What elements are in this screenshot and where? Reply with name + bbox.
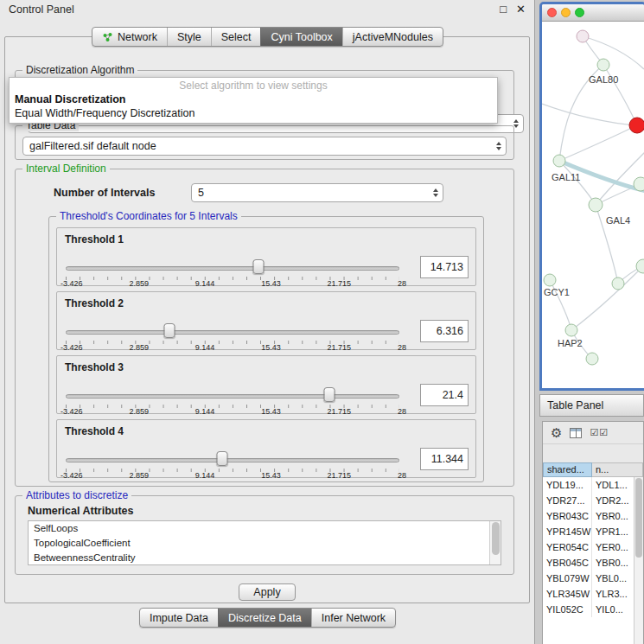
table-row[interactable]: YIL052CYIL0...: [543, 602, 643, 617]
table-row[interactable]: YDL19...YDL1...: [543, 477, 643, 493]
table-body: YDL19...YDL1... YDR27...YDR2... YBR043CY…: [543, 477, 643, 644]
threshold-1-slider[interactable]: -3.426 2.859 9.144 15.43 21.715 28: [66, 259, 399, 285]
scale-label: 28: [398, 471, 406, 480]
network-node[interactable]: [586, 353, 598, 365]
tab-discretize-data[interactable]: Discretize Data: [218, 609, 311, 627]
slider-scale: -3.426 2.859 9.144 15.43 21.715 28: [61, 407, 406, 416]
tab-impute-data[interactable]: Impute Data: [140, 609, 218, 627]
close-icon[interactable]: ✕: [516, 3, 526, 16]
table-data-combobox[interactable]: galFiltered.sif default node: [22, 137, 507, 156]
float-window-icon[interactable]: □: [500, 3, 507, 16]
threshold-4-slider[interactable]: -3.426 2.859 9.144 15.43 21.715 28: [66, 451, 399, 477]
list-item[interactable]: BetweennessCentrality: [29, 551, 501, 565]
scale-label: 15.43: [261, 407, 281, 416]
table-cell[interactable]: YBL079W: [543, 571, 592, 586]
apply-button[interactable]: Apply: [239, 583, 296, 601]
columns-icon[interactable]: [570, 428, 582, 438]
table-cell[interactable]: YBR043C: [543, 508, 592, 524]
table-cell[interactable]: YDL19...: [543, 477, 592, 493]
scale-label: 9.144: [195, 471, 215, 480]
list-scrollbar[interactable]: [489, 521, 501, 564]
tab-network-label: Network: [118, 31, 157, 43]
tab-style-label: Style: [177, 31, 201, 43]
slider-track[interactable]: [66, 330, 399, 335]
column-header-shared-name[interactable]: shared...: [543, 462, 592, 477]
table-row[interactable]: YLR345WYLR3...: [543, 586, 643, 602]
tab-cyni-toolbox[interactable]: Cyni Toolbox: [260, 28, 341, 46]
algorithm-option-manual[interactable]: Manual Discretization: [10, 92, 497, 106]
table-cell[interactable]: YIL052C: [543, 602, 592, 617]
column-header-name[interactable]: n...: [592, 462, 643, 477]
minimize-traffic-light-icon[interactable]: [561, 8, 571, 17]
bottom-tab-strip: Impute Data Discretize Data Infer Networ…: [139, 608, 396, 628]
threshold-2-value-field[interactable]: 6.316: [420, 320, 469, 342]
network-node-label: GCY1: [544, 287, 570, 297]
table-cell[interactable]: YBR045C: [543, 555, 592, 571]
algorithm-option-equal-width[interactable]: Equal Width/Frequency Discretization: [10, 106, 497, 120]
tab-network[interactable]: Network: [92, 28, 167, 46]
threshold-3-value-field[interactable]: 21.4: [420, 384, 469, 406]
tab-infer-network[interactable]: Infer Network: [311, 609, 395, 627]
tab-select-label: Select: [221, 31, 252, 43]
slider-thumb[interactable]: [163, 323, 175, 338]
threshold-3-slider[interactable]: -3.426 2.859 9.144 15.43 21.715 28: [66, 387, 399, 413]
scale-label: -3.426: [61, 343, 83, 352]
network-node[interactable]: [544, 274, 556, 286]
network-node[interactable]: [634, 177, 644, 191]
cyni-toolbox-panel: Discretization Algorithm Select algorith…: [4, 36, 530, 603]
network-node[interactable]: [597, 59, 609, 71]
slider-track[interactable]: [66, 394, 399, 399]
tab-jactivemnodules[interactable]: jActiveMNodules: [342, 28, 443, 46]
threshold-2-slider[interactable]: -3.426 2.859 9.144 15.43 21.715 28: [66, 323, 399, 349]
slider-thumb[interactable]: [217, 451, 228, 466]
combo-stepper-icon[interactable]: [492, 137, 506, 155]
slider-track[interactable]: [66, 458, 399, 462]
combo-stepper-icon[interactable]: [429, 184, 443, 201]
scale-label: 21.715: [328, 279, 352, 288]
network-node[interactable]: [589, 198, 603, 212]
network-node[interactable]: [553, 155, 565, 167]
number-of-intervals-combobox[interactable]: 5: [191, 183, 443, 202]
network-node[interactable]: [612, 277, 624, 290]
table-row[interactable]: YBR045CYBR0...: [543, 555, 643, 571]
table-row[interactable]: YBR043CYBR0...: [543, 508, 643, 524]
scale-label: 9.144: [195, 343, 215, 352]
table-row[interactable]: YDR27...YDR2...: [543, 493, 643, 508]
zoom-traffic-light-icon[interactable]: [575, 8, 584, 17]
network-node-label: HAP2: [558, 338, 583, 348]
table-cell[interactable]: YDR27...: [543, 493, 592, 508]
tab-style[interactable]: Style: [167, 28, 211, 46]
scale-label: 15.43: [261, 343, 281, 352]
network-canvas[interactable]: GAL80GAL11GAL4GCY1HAP2: [542, 22, 644, 388]
select-columns-checkbox-icons[interactable]: ☑☑: [590, 427, 609, 438]
table-row[interactable]: YPR145WYPR1...: [543, 524, 643, 539]
slider-thumb[interactable]: [252, 259, 264, 274]
network-node[interactable]: [577, 30, 589, 42]
network-node[interactable]: [565, 324, 577, 336]
gear-icon[interactable]: ⚙: [551, 426, 562, 439]
table-cell[interactable]: YPR145W: [543, 524, 592, 539]
tab-select[interactable]: Select: [211, 28, 261, 46]
table-panel-titlebar[interactable]: Table Panel: [539, 394, 644, 417]
slider-thumb[interactable]: [323, 387, 335, 402]
list-item[interactable]: TopologicalCoefficient: [29, 536, 501, 551]
close-traffic-light-icon[interactable]: [547, 8, 557, 17]
table-scrollbar[interactable]: [634, 477, 643, 644]
table-row[interactable]: YER054CYER0...: [543, 539, 643, 555]
thresholds-group-label: Threshold's Coordinates for 5 Intervals: [56, 210, 241, 222]
table-cell[interactable]: YLR345W: [543, 586, 592, 602]
slider-track[interactable]: [66, 266, 399, 271]
discretization-algorithm-group-label: Discretization Algorithm: [22, 64, 137, 76]
network-node[interactable]: [629, 118, 644, 133]
scale-label: 28: [398, 407, 406, 416]
network-node[interactable]: [636, 259, 644, 273]
threshold-1-value-field[interactable]: 14.713: [420, 256, 469, 278]
table-scrollbar-thumb[interactable]: [635, 478, 642, 558]
list-scrollbar-thumb[interactable]: [492, 522, 500, 555]
slider-scale: -3.426 2.859 9.144 15.43 21.715 28: [61, 471, 406, 480]
threshold-4-value-field[interactable]: 11.344: [420, 448, 469, 470]
table-cell[interactable]: YER054C: [543, 539, 592, 555]
table-row[interactable]: YBL079WYBL0...: [543, 571, 643, 586]
window-buttons: □ ✕: [500, 3, 526, 16]
list-item[interactable]: SelfLoops: [29, 521, 501, 536]
